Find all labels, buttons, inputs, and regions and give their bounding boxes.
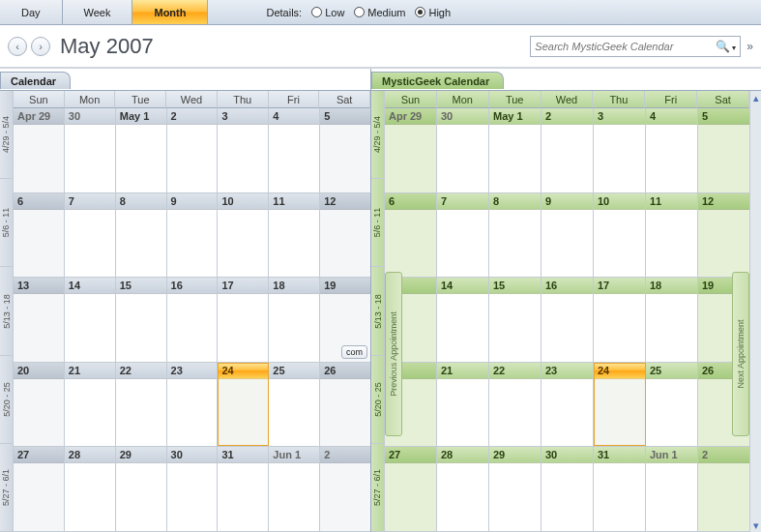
day-cell[interactable]: 25 bbox=[646, 363, 698, 447]
day-cell[interactable]: Apr 29 bbox=[385, 108, 437, 192]
detail-high-radio[interactable]: High bbox=[415, 7, 451, 18]
day-cell[interactable]: 17 bbox=[594, 278, 646, 362]
day-cell[interactable]: 15 bbox=[116, 278, 167, 362]
day-cell[interactable]: Jun 1 bbox=[646, 447, 698, 531]
nav-back-button[interactable]: ‹ bbox=[8, 37, 27, 56]
day-cell[interactable]: 4 bbox=[269, 108, 320, 192]
day-cell[interactable]: 12 bbox=[320, 193, 370, 278]
day-cell[interactable]: 24 bbox=[218, 363, 269, 447]
day-number: May 1 bbox=[116, 108, 166, 125]
pane-tab-label[interactable]: MysticGeek Calendar bbox=[371, 72, 504, 89]
week-range-label[interactable]: 4/29 - 5/4 bbox=[0, 91, 14, 179]
day-cell[interactable]: 8 bbox=[489, 193, 541, 278]
week-range-label[interactable]: 4/29 - 5/4 bbox=[371, 91, 385, 179]
day-cell[interactable]: 19com bbox=[320, 278, 370, 362]
week-range-label[interactable]: 5/13 - 18 bbox=[371, 267, 385, 355]
day-cell[interactable]: 23 bbox=[167, 363, 219, 447]
day-cell[interactable]: 15 bbox=[489, 278, 541, 362]
day-cell[interactable]: 9 bbox=[167, 193, 219, 278]
day-cell[interactable]: 8 bbox=[116, 193, 167, 278]
day-cell[interactable]: 21 bbox=[65, 363, 116, 447]
day-cell[interactable]: Jun 1 bbox=[269, 447, 320, 531]
week-range-label[interactable]: 5/20 - 25 bbox=[371, 356, 385, 444]
day-cell[interactable]: 30 bbox=[541, 447, 594, 531]
day-cell[interactable]: 28 bbox=[437, 447, 489, 531]
detail-low-radio[interactable]: Low bbox=[311, 7, 344, 18]
pane-tab-label[interactable]: Calendar bbox=[0, 72, 71, 89]
day-cell[interactable]: 14 bbox=[437, 278, 489, 362]
next-appointment-handle[interactable]: Next Appointment bbox=[732, 272, 749, 436]
day-number: Apr 29 bbox=[14, 108, 64, 125]
scroll-up-icon[interactable]: ▴ bbox=[750, 91, 761, 104]
day-cell[interactable]: 17 bbox=[218, 278, 269, 362]
day-cell[interactable]: 7 bbox=[65, 193, 116, 278]
day-cell[interactable]: 22 bbox=[489, 363, 541, 447]
day-cell[interactable]: 2 bbox=[167, 108, 219, 192]
day-cell[interactable]: 13 bbox=[14, 278, 65, 362]
day-number: 3 bbox=[594, 108, 645, 125]
day-cell[interactable]: 24 bbox=[594, 363, 646, 447]
day-cell[interactable]: 23 bbox=[541, 363, 594, 447]
day-number: 9 bbox=[167, 193, 218, 210]
day-cell[interactable]: 29 bbox=[489, 447, 541, 531]
day-cell[interactable]: Apr 29 bbox=[14, 108, 65, 192]
day-cell[interactable]: 27 bbox=[385, 447, 437, 531]
expand-chevron-icon[interactable]: » bbox=[746, 40, 753, 53]
appointment-badge[interactable]: com bbox=[341, 345, 367, 359]
search-icon[interactable]: 🔍 bbox=[712, 40, 736, 53]
day-cell[interactable]: 3 bbox=[218, 108, 269, 192]
week-range-label[interactable]: 5/27 - 6/1 bbox=[0, 444, 14, 532]
day-cell[interactable]: 18 bbox=[646, 278, 698, 362]
day-cell[interactable]: 31 bbox=[218, 447, 269, 531]
week-range-label[interactable]: 5/13 - 18 bbox=[0, 267, 14, 355]
day-cell[interactable]: 3 bbox=[594, 108, 646, 192]
day-cell[interactable]: 30 bbox=[65, 108, 116, 192]
day-cell[interactable]: 11 bbox=[646, 193, 698, 278]
view-day-button[interactable]: Day bbox=[0, 0, 63, 24]
day-cell[interactable]: 25 bbox=[269, 363, 320, 447]
day-cell[interactable]: 22 bbox=[116, 363, 167, 447]
day-cell[interactable]: 12 bbox=[698, 193, 749, 278]
day-cell[interactable]: 10 bbox=[594, 193, 646, 278]
day-cell[interactable]: 30 bbox=[167, 447, 219, 531]
search-box[interactable]: 🔍 bbox=[530, 36, 741, 57]
day-cell[interactable]: 26 bbox=[320, 363, 370, 447]
day-cell[interactable]: 28 bbox=[65, 447, 116, 531]
day-cell[interactable]: 4 bbox=[646, 108, 698, 192]
search-input[interactable] bbox=[535, 41, 712, 52]
day-cell[interactable]: 29 bbox=[116, 447, 167, 531]
day-cell[interactable]: 11 bbox=[269, 193, 320, 278]
day-cell[interactable]: 5 bbox=[698, 108, 749, 192]
week-range-label[interactable]: 5/6 - 11 bbox=[0, 179, 14, 267]
day-cell[interactable]: 10 bbox=[218, 193, 269, 278]
day-cell[interactable]: 2 bbox=[541, 108, 594, 192]
week-range-label[interactable]: 5/27 - 6/1 bbox=[371, 444, 385, 532]
day-cell[interactable]: May 1 bbox=[489, 108, 541, 192]
day-cell[interactable]: 31 bbox=[594, 447, 646, 531]
day-cell[interactable]: 14 bbox=[65, 278, 116, 362]
day-cell[interactable]: 16 bbox=[167, 278, 219, 362]
vertical-scrollbar[interactable]: ▴ ▾ bbox=[749, 91, 761, 532]
day-cell[interactable]: 2 bbox=[698, 447, 749, 531]
day-cell[interactable]: 6 bbox=[385, 193, 437, 278]
day-cell[interactable]: 27 bbox=[14, 447, 65, 531]
view-month-button[interactable]: Month bbox=[132, 0, 208, 24]
day-cell[interactable]: 21 bbox=[437, 363, 489, 447]
day-cell[interactable]: 30 bbox=[437, 108, 489, 192]
day-cell[interactable]: May 1 bbox=[116, 108, 167, 192]
day-cell[interactable]: 9 bbox=[541, 193, 594, 278]
nav-forward-button[interactable]: › bbox=[31, 37, 50, 56]
previous-appointment-handle[interactable]: Previous Appointment bbox=[385, 272, 402, 436]
day-cell[interactable]: 7 bbox=[437, 193, 489, 278]
detail-medium-radio[interactable]: Medium bbox=[354, 7, 405, 18]
day-cell[interactable]: 20 bbox=[14, 363, 65, 447]
week-range-label[interactable]: 5/6 - 11 bbox=[371, 179, 385, 267]
scroll-down-icon[interactable]: ▾ bbox=[750, 518, 761, 532]
day-cell[interactable]: 5 bbox=[320, 108, 370, 192]
day-cell[interactable]: 2 bbox=[320, 447, 370, 531]
view-week-button[interactable]: Week bbox=[63, 0, 133, 24]
day-cell[interactable]: 16 bbox=[541, 278, 594, 362]
week-range-label[interactable]: 5/20 - 25 bbox=[0, 356, 14, 444]
day-cell[interactable]: 6 bbox=[14, 193, 65, 278]
day-cell[interactable]: 18 bbox=[269, 278, 320, 362]
